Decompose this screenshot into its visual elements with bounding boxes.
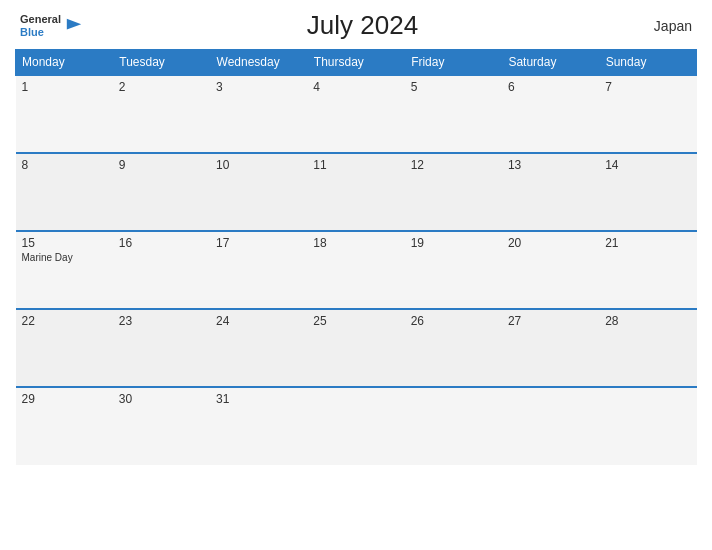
calendar-cell: 9 [113, 153, 210, 231]
calendar-week-row: 891011121314 [16, 153, 697, 231]
calendar-cell: 3 [210, 75, 307, 153]
calendar-cell: 21 [599, 231, 696, 309]
day-number: 20 [508, 236, 593, 250]
logo-blue: Blue [20, 26, 61, 38]
calendar-cell: 15Marine Day [16, 231, 113, 309]
day-number: 6 [508, 80, 593, 94]
day-number: 13 [508, 158, 593, 172]
day-number: 25 [313, 314, 398, 328]
day-number: 22 [22, 314, 107, 328]
calendar-cell: 22 [16, 309, 113, 387]
calendar-cell: 27 [502, 309, 599, 387]
calendar-cell: 24 [210, 309, 307, 387]
day-number: 14 [605, 158, 690, 172]
calendar-week-row: 293031 [16, 387, 697, 465]
calendar-cell: 11 [307, 153, 404, 231]
calendar-table: MondayTuesdayWednesdayThursdayFridaySatu… [15, 49, 697, 465]
calendar-cell: 26 [405, 309, 502, 387]
day-number: 4 [313, 80, 398, 94]
logo: General Blue [20, 13, 83, 37]
day-number: 16 [119, 236, 204, 250]
day-number: 11 [313, 158, 398, 172]
calendar-cell: 8 [16, 153, 113, 231]
day-number: 5 [411, 80, 496, 94]
day-number: 15 [22, 236, 107, 250]
day-number: 7 [605, 80, 690, 94]
logo-general: General [20, 13, 61, 25]
calendar-cell: 31 [210, 387, 307, 465]
calendar-cell: 18 [307, 231, 404, 309]
day-number: 17 [216, 236, 301, 250]
calendar-cell: 5 [405, 75, 502, 153]
day-number: 30 [119, 392, 204, 406]
calendar-container: General Blue July 2024 Japan MondayTuesd… [0, 0, 712, 550]
day-number: 28 [605, 314, 690, 328]
calendar-week-row: 22232425262728 [16, 309, 697, 387]
weekday-header: Monday [16, 50, 113, 76]
weekday-header-row: MondayTuesdayWednesdayThursdayFridaySatu… [16, 50, 697, 76]
calendar-cell: 16 [113, 231, 210, 309]
weekday-header: Sunday [599, 50, 696, 76]
calendar-cell [502, 387, 599, 465]
svg-marker-0 [67, 18, 81, 29]
calendar-cell: 2 [113, 75, 210, 153]
day-number: 1 [22, 80, 107, 94]
calendar-cell: 23 [113, 309, 210, 387]
weekday-header: Saturday [502, 50, 599, 76]
day-number: 10 [216, 158, 301, 172]
calendar-cell: 19 [405, 231, 502, 309]
calendar-cell: 12 [405, 153, 502, 231]
country-label: Japan [642, 18, 692, 34]
calendar-cell: 13 [502, 153, 599, 231]
day-number: 18 [313, 236, 398, 250]
holiday-label: Marine Day [22, 252, 107, 263]
calendar-cell: 6 [502, 75, 599, 153]
day-number: 31 [216, 392, 301, 406]
calendar-week-row: 1234567 [16, 75, 697, 153]
day-number: 26 [411, 314, 496, 328]
day-number: 19 [411, 236, 496, 250]
calendar-cell: 25 [307, 309, 404, 387]
logo-text: General Blue [20, 13, 61, 37]
day-number: 21 [605, 236, 690, 250]
day-number: 8 [22, 158, 107, 172]
weekday-header: Thursday [307, 50, 404, 76]
day-number: 29 [22, 392, 107, 406]
calendar-cell: 30 [113, 387, 210, 465]
calendar-cell [307, 387, 404, 465]
calendar-cell: 28 [599, 309, 696, 387]
calendar-cell: 10 [210, 153, 307, 231]
calendar-cell [405, 387, 502, 465]
day-number: 24 [216, 314, 301, 328]
day-number: 12 [411, 158, 496, 172]
calendar-cell: 17 [210, 231, 307, 309]
weekday-header: Tuesday [113, 50, 210, 76]
calendar-cell: 1 [16, 75, 113, 153]
calendar-cell: 20 [502, 231, 599, 309]
logo-flag-icon [65, 17, 83, 35]
calendar-week-row: 15Marine Day161718192021 [16, 231, 697, 309]
calendar-header: General Blue July 2024 Japan [15, 10, 697, 41]
calendar-cell: 7 [599, 75, 696, 153]
calendar-title: July 2024 [83, 10, 642, 41]
day-number: 23 [119, 314, 204, 328]
calendar-cell: 4 [307, 75, 404, 153]
weekday-header: Friday [405, 50, 502, 76]
day-number: 2 [119, 80, 204, 94]
weekday-header: Wednesday [210, 50, 307, 76]
calendar-cell: 14 [599, 153, 696, 231]
day-number: 27 [508, 314, 593, 328]
day-number: 9 [119, 158, 204, 172]
day-number: 3 [216, 80, 301, 94]
calendar-cell [599, 387, 696, 465]
calendar-cell: 29 [16, 387, 113, 465]
